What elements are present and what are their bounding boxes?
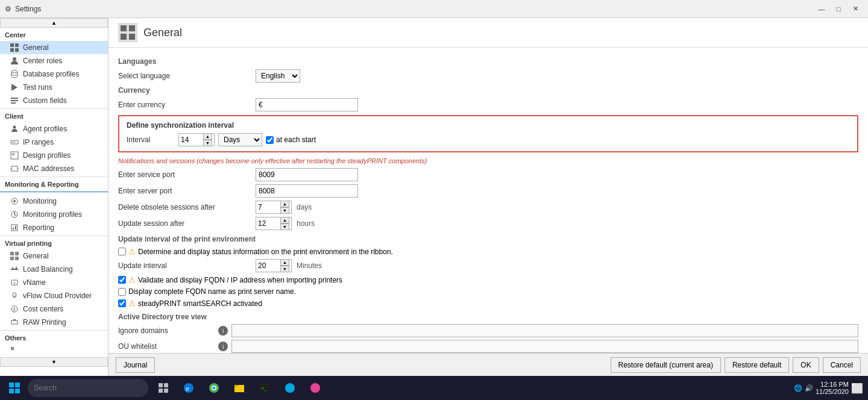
- maximize-button[interactable]: □: [831, 3, 846, 15]
- sidebar-item-vflow[interactable]: vFlow Cloud Provider: [0, 289, 108, 302]
- warning-icon-validate: ⚠: [128, 275, 136, 284]
- sidebar-scroll-down[interactable]: ▼: [0, 357, 108, 367]
- sidebar-item-monitoring-profiles[interactable]: Monitoring profiles: [0, 208, 108, 221]
- ad-section-title: Active Directory tree view: [118, 313, 858, 321]
- ou-whitelist-label: OU whitelist: [118, 342, 215, 351]
- svg-rect-8: [11, 100, 18, 101]
- sidebar-item-cost-centers[interactable]: $ Cost centers: [0, 302, 108, 316]
- sidebar-item-design-profiles[interactable]: Design profiles: [0, 149, 108, 162]
- sidebar-item-others[interactable]: [0, 344, 108, 357]
- sidebar-item-mac-addresses[interactable]: MAC addresses: [0, 162, 108, 175]
- divider-virtual: [0, 236, 108, 236]
- update-session-down-btn[interactable]: ▼: [280, 223, 289, 230]
- svg-rect-44: [121, 34, 127, 40]
- sidebar-item-custom-fields[interactable]: Custom fields: [0, 94, 108, 107]
- ou-whitelist-input[interactable]: [231, 340, 858, 353]
- svg-rect-43: [129, 25, 135, 31]
- update-session-up-btn[interactable]: ▲: [280, 217, 289, 223]
- taskbar-edge-icon[interactable]: e: [177, 377, 200, 399]
- ou-whitelist-info-icon[interactable]: i: [218, 342, 228, 351]
- validate-fqdn-checkbox[interactable]: [118, 276, 126, 284]
- cancel-button[interactable]: Cancel: [823, 357, 861, 373]
- ok-button[interactable]: OK: [793, 357, 819, 373]
- currency-section-label: Currency: [118, 86, 858, 95]
- taskbar-explorer-icon[interactable]: [228, 377, 251, 399]
- display-fqdn-checkbox[interactable]: [118, 288, 126, 296]
- sidebar: ▲ Center General Center roles Database p…: [0, 18, 108, 376]
- title-bar-left: ⚙ Settings: [5, 5, 41, 13]
- sidebar-item-agent-profiles[interactable]: Agent profiles: [0, 122, 108, 136]
- update-interval-unit: Minutes: [297, 261, 322, 270]
- svg-point-63: [285, 383, 295, 393]
- update-interval-spinner-buttons: ▲ ▼: [280, 259, 289, 272]
- others-icon: [10, 346, 19, 355]
- sidebar-item-database-profiles[interactable]: Database profiles: [0, 67, 108, 81]
- taskbar-search-input[interactable]: [28, 379, 148, 397]
- language-select[interactable]: English German French: [256, 69, 300, 83]
- taskbar-app2-icon[interactable]: [304, 377, 327, 399]
- server-port-row: Enter server port: [118, 184, 858, 198]
- interval-value-input[interactable]: [179, 134, 203, 146]
- minimize-button[interactable]: —: [814, 3, 829, 15]
- vp-grid-icon: [10, 251, 19, 261]
- update-interval-up-btn[interactable]: ▲: [280, 259, 289, 266]
- sidebar-item-center-roles[interactable]: Center roles: [0, 54, 108, 67]
- ignore-domains-input[interactable]: [231, 324, 858, 337]
- delete-spinner-buttons: ▲ ▼: [280, 201, 289, 214]
- content-scroll: Languages Select language English German…: [108, 48, 868, 353]
- sidebar-section-virtual: Virtual printing: [0, 237, 108, 249]
- ip-icon: [10, 137, 19, 147]
- svg-rect-51: [164, 383, 168, 387]
- sidebar-item-vname[interactable]: V vName: [0, 276, 108, 289]
- restore-current-button[interactable]: Restore default (current area): [611, 357, 721, 373]
- sidebar-item-general[interactable]: General: [0, 41, 108, 54]
- interval-down-btn[interactable]: ▼: [203, 140, 212, 146]
- sidebar-vname-label: vName: [23, 278, 46, 287]
- journal-button[interactable]: Journal: [116, 357, 155, 373]
- svg-rect-1: [15, 43, 19, 47]
- update-session-input[interactable]: [256, 217, 280, 230]
- at-each-start-row: at each start: [266, 136, 316, 144]
- restore-default-button[interactable]: Restore default: [725, 357, 789, 373]
- taskbar-terminal-icon[interactable]: >_: [253, 377, 276, 399]
- update-interval-down-btn[interactable]: ▼: [280, 266, 289, 272]
- taskbar-app1-icon[interactable]: [278, 377, 301, 399]
- currency-input[interactable]: [256, 98, 358, 111]
- sidebar-item-ip-ranges[interactable]: IP ranges: [0, 136, 108, 149]
- close-button[interactable]: ✕: [848, 3, 863, 15]
- show-desktop-icon[interactable]: ⬜: [851, 383, 863, 394]
- taskbar-chrome-icon[interactable]: [203, 377, 225, 399]
- interval-spinner-buttons: ▲ ▼: [203, 133, 212, 146]
- delete-sessions-input[interactable]: [256, 201, 280, 213]
- svg-point-36: [13, 293, 16, 296]
- validate-fqdn-label: Validate and display FQDN / IP address w…: [138, 276, 342, 284]
- svg-text:$: $: [13, 307, 16, 311]
- network-icon: 🌐: [794, 384, 802, 392]
- sidebar-item-load-balancing[interactable]: Load Balancing: [0, 263, 108, 276]
- update-interval-label: Update interval: [118, 261, 251, 270]
- days-select[interactable]: Days Hours Minutes: [218, 133, 262, 146]
- svg-rect-3: [15, 48, 19, 52]
- sidebar-item-monitoring[interactable]: Monitoring: [0, 195, 108, 208]
- sidebar-item-raw-printing[interactable]: RAW Printing: [0, 316, 108, 329]
- sidebar-item-vp-general[interactable]: General: [0, 249, 108, 263]
- at-each-start-label: at each start: [276, 136, 316, 144]
- svg-rect-49: [15, 389, 20, 393]
- smart-search-checkbox[interactable]: [118, 299, 126, 307]
- determine-checkbox[interactable]: [118, 248, 126, 255]
- ignore-domains-info-icon[interactable]: i: [218, 326, 228, 336]
- at-each-start-checkbox[interactable]: [266, 136, 274, 144]
- update-interval-input[interactable]: [256, 260, 280, 272]
- mac-icon: [10, 164, 19, 173]
- fields-icon: [10, 96, 19, 105]
- sidebar-item-test-runs[interactable]: Test runs: [0, 81, 108, 94]
- taskbar-task-view[interactable]: [152, 377, 175, 399]
- service-port-input[interactable]: [256, 168, 358, 181]
- interval-up-btn[interactable]: ▲: [203, 133, 212, 140]
- sidebar-item-reporting[interactable]: Reporting: [0, 221, 108, 234]
- start-button[interactable]: [2, 377, 27, 399]
- delete-down-btn[interactable]: ▼: [280, 207, 289, 214]
- sidebar-scroll-up[interactable]: ▲: [0, 18, 108, 28]
- server-port-input[interactable]: [256, 184, 358, 198]
- delete-up-btn[interactable]: ▲: [280, 201, 289, 207]
